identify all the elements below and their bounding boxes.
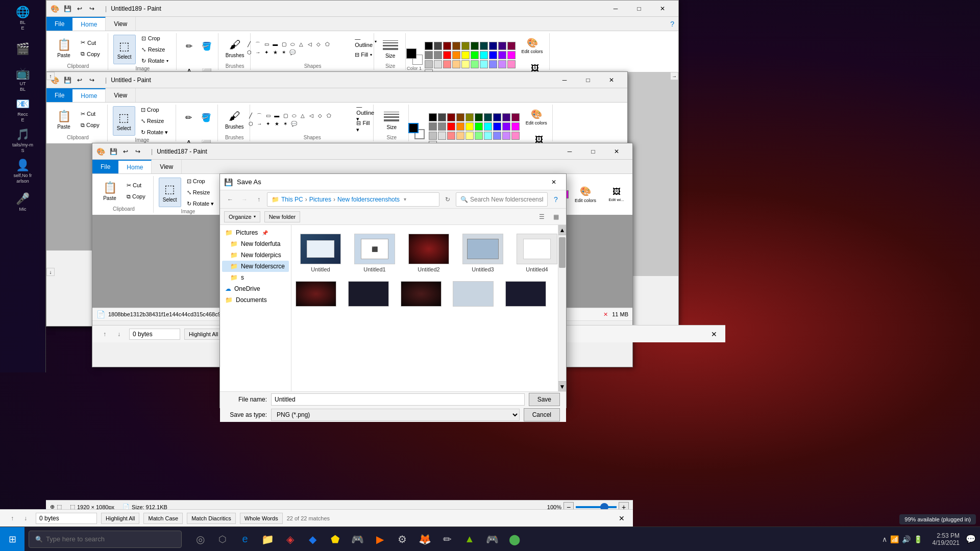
size-btn[interactable]: Size bbox=[378, 34, 403, 63]
shape2-tri[interactable]: △ bbox=[299, 112, 307, 119]
file-row2-1[interactable] bbox=[296, 281, 336, 317]
edit-colors2-btn[interactable]: 🎨 Edit colors bbox=[524, 105, 549, 130]
find-next-btn[interactable]: ↓ bbox=[113, 328, 125, 340]
main-matchcase-btn[interactable]: Match Case bbox=[143, 513, 183, 524]
shape2-star4[interactable]: ✦ bbox=[264, 120, 272, 128]
resize-btn[interactable]: ⤡ Resize bbox=[138, 44, 172, 55]
cp2-pl[interactable] bbox=[511, 113, 520, 121]
select2-btn[interactable]: ⬚ Select bbox=[113, 106, 135, 136]
color-cyan[interactable] bbox=[480, 51, 488, 59]
sidebar-pics[interactable]: 📁 New folderpics bbox=[222, 249, 289, 261]
file-untitled1[interactable]: ⬛ Untitled1 bbox=[350, 229, 400, 277]
edit-paint3d-3-btn[interactable]: 🖼 Edit wi... bbox=[602, 182, 630, 207]
taskbar-dropbox[interactable]: ◆ bbox=[302, 529, 323, 549]
line-shape[interactable]: ╱ bbox=[245, 41, 253, 48]
redo3-btn[interactable]: ↪ bbox=[133, 146, 143, 157]
color-silver[interactable] bbox=[425, 60, 433, 68]
shape2-rr[interactable]: ▢ bbox=[281, 112, 289, 119]
main-highlight-btn[interactable]: Highlight All bbox=[101, 513, 139, 524]
tab2-view[interactable]: View bbox=[106, 88, 136, 102]
redo-btn[interactable]: ↪ bbox=[87, 4, 97, 14]
main-find-next[interactable]: ↓ bbox=[19, 512, 32, 524]
crop-btn[interactable]: ⊡ Crop bbox=[138, 33, 172, 43]
color-lightpink[interactable] bbox=[507, 60, 516, 68]
color-darkgreen[interactable] bbox=[471, 42, 479, 50]
tab2-home[interactable]: Home bbox=[72, 88, 106, 102]
scroll-thumb[interactable] bbox=[559, 237, 566, 268]
cp2-lp[interactable] bbox=[511, 132, 520, 140]
undo-btn[interactable]: ↩ bbox=[75, 4, 85, 14]
color-lightorange[interactable] bbox=[452, 60, 460, 68]
star5-shape[interactable]: ★ bbox=[271, 49, 279, 56]
tray-clock[interactable]: 2:53 PM 4/19/2021 bbox=[928, 532, 964, 546]
close3-btn[interactable]: ✕ bbox=[605, 143, 628, 160]
organize-dropdown[interactable]: ▾ bbox=[254, 214, 256, 219]
taskbar-taskmgr[interactable]: ◈ bbox=[280, 529, 300, 549]
tray-expand[interactable]: ∧ bbox=[882, 535, 887, 543]
taskbar-nvidia[interactable]: ▲ bbox=[459, 529, 480, 549]
cp2-br[interactable] bbox=[456, 113, 464, 121]
maximize-btn[interactable]: □ bbox=[627, 1, 651, 17]
scroll-up-btn[interactable]: ▲ bbox=[558, 225, 566, 235]
main-diacritics-btn[interactable]: Match Diacritics bbox=[187, 513, 236, 524]
color-lavender[interactable] bbox=[498, 60, 506, 68]
color1b-swatch[interactable] bbox=[408, 123, 419, 133]
find-prev-btn[interactable]: ↑ bbox=[99, 328, 111, 340]
file-row2-2[interactable] bbox=[348, 281, 389, 317]
cp2-r[interactable] bbox=[447, 122, 455, 131]
curve-shape[interactable]: ⌒ bbox=[254, 41, 262, 48]
nav-refresh-btn[interactable]: ↻ bbox=[442, 193, 454, 206]
color-gray2[interactable] bbox=[434, 51, 442, 59]
cp2-m[interactable] bbox=[511, 122, 520, 131]
tab3-file[interactable]: File bbox=[92, 160, 118, 173]
tab-view[interactable]: View bbox=[106, 17, 136, 31]
cp2-ly[interactable] bbox=[465, 132, 474, 140]
arrow-shape[interactable]: → bbox=[254, 49, 262, 56]
nav-back-btn[interactable]: ← bbox=[224, 193, 236, 206]
shape2-ellipse[interactable]: ⬭ bbox=[290, 112, 298, 119]
color-lightyellow[interactable] bbox=[461, 60, 470, 68]
rect-shape[interactable]: ▭ bbox=[262, 41, 271, 48]
crop2-btn[interactable]: ⊡ Crop bbox=[137, 105, 172, 115]
rotate-dropdown[interactable]: ▾ bbox=[166, 59, 168, 63]
sidebar-futa[interactable]: 📁 New folderfuta bbox=[222, 238, 289, 249]
taskbar-edge[interactable]: e bbox=[235, 529, 255, 549]
view-details-btn[interactable]: ▦ bbox=[550, 211, 562, 223]
file-untitled3[interactable]: Untitled3 bbox=[458, 229, 508, 277]
sidebar-item-mail[interactable]: 📧 ReccE bbox=[8, 96, 38, 124]
cp2-o[interactable] bbox=[456, 122, 464, 131]
tab2-file[interactable]: File bbox=[46, 88, 72, 102]
color-lightcyan[interactable] bbox=[480, 60, 488, 68]
sidebar-s[interactable]: 📁 s bbox=[222, 272, 289, 283]
dialog-scrollbar[interactable]: ▲ ▼ bbox=[558, 225, 566, 391]
taskbar-steam[interactable]: ⚙ bbox=[392, 529, 412, 549]
bc-folder[interactable]: New folderscreenshots bbox=[337, 196, 400, 203]
undo3-btn[interactable]: ↩ bbox=[120, 146, 131, 157]
edit-colors3-btn[interactable]: 🎨 Edit colors bbox=[573, 182, 598, 207]
cp2-lo[interactable] bbox=[456, 132, 464, 140]
main-wholewords-btn[interactable]: Whole Words bbox=[240, 513, 283, 524]
shape2-hex[interactable]: ⬡ bbox=[247, 120, 255, 128]
tray-network[interactable]: 📶 bbox=[890, 535, 899, 543]
rotate3-btn[interactable]: ↻ Rotate ▾ bbox=[183, 198, 218, 209]
paste-btn[interactable]: 📋 Paste bbox=[53, 34, 75, 63]
organize-btn[interactable]: Organize ▾ bbox=[224, 211, 260, 222]
copy-btn[interactable]: ⧉ Copy bbox=[77, 49, 104, 59]
hex-shape[interactable]: ⬡ bbox=[245, 49, 253, 56]
sidebar-onedrive[interactable]: ☁ OneDrive bbox=[222, 283, 289, 294]
sidebar-item-app2[interactable]: 📺 UTBL bbox=[8, 65, 38, 94]
find-close-btn[interactable]: ✕ bbox=[709, 329, 719, 339]
taskbar-multitasking[interactable]: ⬡ bbox=[212, 529, 233, 549]
cp2-lc[interactable] bbox=[484, 132, 492, 140]
cp2-lb[interactable] bbox=[493, 132, 501, 140]
color-lightgray[interactable] bbox=[434, 60, 442, 68]
maximize3-btn[interactable]: □ bbox=[581, 143, 605, 160]
pencil-btn[interactable]: ✏ bbox=[181, 33, 198, 59]
cp2-dg[interactable] bbox=[475, 113, 483, 121]
cp2-black[interactable] bbox=[429, 113, 437, 121]
color-black[interactable] bbox=[425, 42, 433, 50]
rotate-btn[interactable]: ↻ Rotate ▾ bbox=[138, 56, 172, 66]
search-input[interactable] bbox=[470, 196, 543, 203]
close2-btn[interactable]: ✕ bbox=[600, 72, 623, 88]
star6-shape[interactable]: ✶ bbox=[280, 49, 288, 56]
